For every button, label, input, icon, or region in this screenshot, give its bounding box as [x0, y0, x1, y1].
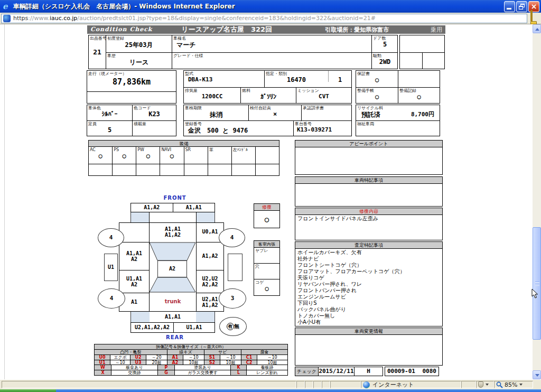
damage-diagram: FRONT A1,A2 A1,A1 A1,A1A1,A2 U0,A1 A1,A1… — [98, 194, 252, 349]
chevron-down-icon — [486, 384, 489, 386]
recycle-welfare-table: リサイクル料 預託済 8,700円 福祉車両 — [356, 105, 440, 136]
drive-cell: 駆動 2WD — [372, 53, 398, 69]
model-name-cell: 車種名 マーチ — [172, 35, 372, 53]
hood: A1,A1A1,A2 — [150, 222, 196, 242]
rear-label: REAR — [98, 335, 252, 340]
tailgate: A1,A1 — [150, 312, 196, 322]
equipment-item-ps: PS○ — [113, 147, 136, 164]
url-input[interactable]: https://www.iauc.co.jp/auction/predtslct… — [1, 14, 527, 23]
restore-button[interactable] — [516, 1, 527, 12]
interior-box: 客室内張 ヤブレ 穴 コゲ ○ — [254, 240, 280, 296]
equipment-table: 装備 AC○ PS○ PW○ NAVI○ SR 革 左ﾊﾝﾄﾞﾙ — [88, 140, 279, 176]
grade-cell: グレード・仕様 — [172, 53, 372, 69]
internet-zone-label: インターネット — [372, 381, 414, 389]
wheel-front-right: 4 — [219, 228, 245, 247]
designation-cell: 指定・類別 16470 1 — [265, 71, 351, 88]
magnifier-icon — [496, 381, 503, 388]
wheel-rear-right: 3 — [219, 288, 246, 309]
check-date: 2015/12/11 — [319, 367, 355, 376]
equipment-item-pw: PW○ — [136, 147, 160, 164]
repair-mark-legend-table: W板金あり P塗装あり K看板跡 X交換跡 Gガラス交換要す Lレンズ割れ — [94, 365, 288, 376]
maintenance-record-cell: 整備記録 ○ — [398, 88, 440, 103]
liability-insurance-cell: 検付自賠責 × — [249, 105, 302, 121]
condition-check-header: Condition Check リースアップ名古屋 322回 引取場所：愛知県弥… — [87, 25, 445, 34]
inspection-registration-table: 車検期限 抹消 検付自賠責 × 承認請求書 登録番号 金沢 500 と 9476… — [183, 105, 352, 136]
assessment-title: 査定特記事項 — [295, 242, 442, 249]
front-cowl-center — [150, 212, 196, 222]
page-viewport: Condition Check リースアップ名古屋 322回 引取場所：愛知県弥… — [0, 24, 533, 379]
wheel-front-left: 4 — [98, 228, 124, 247]
repair-history-yes: 有 — [227, 323, 234, 330]
repair-flag-box: 修復 ○ — [254, 203, 280, 228]
zoom-control[interactable]: 85% — [494, 381, 533, 388]
trunk: trunk — [150, 292, 196, 312]
front-label: FRONT — [98, 195, 252, 201]
scrollbar-thumb[interactable] — [533, 227, 541, 340]
legend-title: 損傷記号＆損傷サイズ（～最大cm） — [95, 344, 288, 350]
left-rear-door: U1,A1A2 — [119, 270, 149, 293]
equipment-item-lefthand: 左ﾊﾝﾄﾞﾙ — [232, 147, 256, 164]
minimize-button[interactable] — [504, 1, 515, 12]
warranty-cell: 保証書 ○ — [356, 71, 398, 88]
pickup-location: 引取場所：愛知県弥富市 — [325, 26, 389, 34]
wheel-rear-left: 4 — [98, 288, 125, 309]
zoom-level-label: 85% — [505, 381, 517, 388]
recycle-status: 預託済 — [361, 110, 380, 119]
rear-bumper: U2,A1,A2,A2 U1,A1 — [130, 322, 215, 333]
vertical-scrollbar[interactable] — [533, 24, 541, 379]
condition-check-brand: Condition Check — [90, 25, 152, 34]
check-label: チェック — [295, 367, 319, 376]
check-inspector: H — [355, 367, 383, 376]
page-left-border — [4, 24, 5, 379]
interior-row-tear: ヤブレ — [254, 248, 279, 264]
doors-cell: ドア数 5 — [372, 35, 398, 53]
start-button[interactable] — [0, 389, 56, 392]
tailgate-right — [196, 312, 215, 322]
zoom-chevron-down-icon — [519, 384, 523, 386]
front-bumper: A1,A2 A1,A1 — [130, 203, 215, 212]
ie-window: e 車輌詳細（シスロケ入札会 名古屋会場）- Windows Internet … — [0, 0, 541, 392]
damage-legend-table: 損傷記号＆損傷サイズ（～最大cm） 凸凹・亀裂 線キズ サビ 腐食 U0エクボ … — [94, 344, 288, 366]
interior-row-burn: コゲ ○ — [254, 279, 279, 295]
scroll-up-icon — [535, 28, 539, 31]
appeal-title: アピールポイント — [295, 141, 442, 147]
sheet-code-right: 0080 — [423, 367, 437, 376]
protected-mode-pane[interactable] — [476, 381, 494, 388]
window-titlebar[interactable]: e 車輌詳細（シスロケ入札会 名古屋会場）- Windows Internet … — [0, 0, 541, 13]
check-box: チェック 2015/12/11 H — [295, 367, 383, 376]
repair-details-title: 修復内容 — [295, 208, 442, 215]
url-text: https://www.iauc.co.jp/auction/predtslct… — [13, 15, 376, 22]
front-cowl-right — [196, 212, 215, 222]
body-color-cell: 車体色 ｼﾙﾊﾞｰ — [87, 105, 133, 121]
fuel-cell: 燃料 ｶﾞｿﾘﾝ — [241, 88, 296, 103]
right-front-door: A1,A2 — [197, 242, 223, 270]
first-registration-cell: 初度登録 25年03月 — [106, 35, 172, 53]
vehicle-notes-title: 車両特記事項 — [295, 177, 442, 184]
change-info-panel: 車両変更情報 — [295, 328, 443, 366]
registration-no-cell: 登録番号 金沢 500 と 9476 — [184, 121, 294, 136]
equipment-item-ac: AC○ — [89, 147, 113, 164]
windows-taskbar[interactable] — [0, 389, 541, 392]
assessment-panel: 査定特記事項 ホイールカバーキズ、欠有 社外ナビ フロントシートコゲ（穴） フロ… — [295, 241, 443, 326]
sheet-code-box: 00009-01 0080 — [385, 367, 439, 376]
right-rear-door: U2,U2A2,A2 — [197, 270, 223, 293]
vehicle-notes-panel: 車両特記事項 — [295, 176, 443, 207]
front-cowl-left — [130, 212, 150, 222]
equipment-item-leather: 革 — [208, 147, 232, 164]
tailgate-left — [130, 312, 150, 322]
vehicle-use: 乗用 — [431, 26, 442, 34]
interior-row-hole: 穴 — [254, 264, 279, 279]
mileage-box: 走行（現メーター） 87,836km — [87, 70, 176, 104]
right-mirror — [228, 254, 242, 281]
repair-history-flag: 有無 — [219, 317, 247, 336]
status-bar: インターネット 85% — [0, 379, 541, 389]
repair-history-no: 無 — [234, 323, 239, 329]
maintenance-book-cell: 整備手帳 ○ — [356, 88, 398, 103]
security-zone-pane: インターネット — [361, 381, 461, 388]
seating-cell: 定員 5 — [87, 121, 133, 136]
inspection-expiry-cell: 車検期限 抹消 — [184, 105, 249, 121]
scroll-down-button[interactable] — [533, 370, 541, 379]
approval-request-cell: 承認請求書 — [302, 105, 351, 121]
scroll-up-button[interactable] — [533, 24, 541, 33]
transmission-cell: ミッション CVT — [296, 88, 351, 103]
